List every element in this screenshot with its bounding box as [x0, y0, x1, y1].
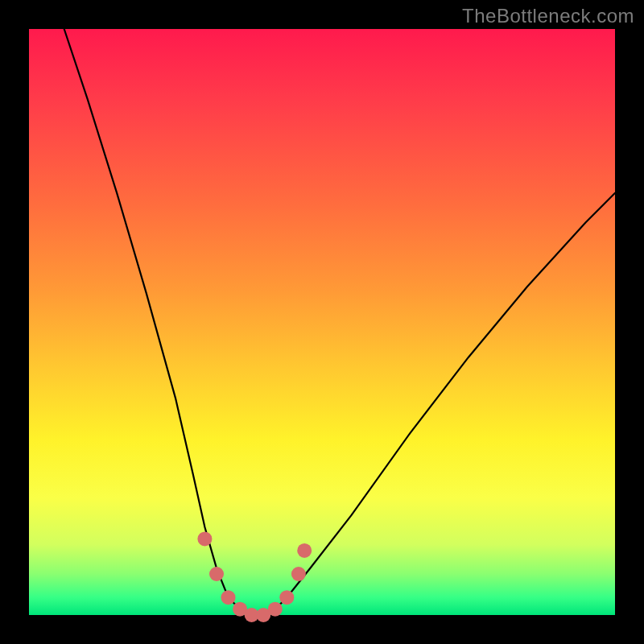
highlight-dot [197, 531, 212, 546]
plot-area [29, 29, 615, 615]
highlight-dot [221, 590, 236, 605]
bottleneck-curve [64, 29, 615, 615]
highlight-dots-group [197, 531, 312, 622]
highlight-dot [291, 567, 306, 581]
highlight-dot [209, 567, 224, 581]
highlight-dot [268, 602, 283, 617]
chart-svg [29, 29, 615, 615]
highlight-dot [279, 590, 294, 605]
highlight-dot [297, 543, 312, 558]
chart-frame: TheBottleneck.com [0, 0, 644, 644]
watermark-text: TheBottleneck.com [462, 5, 634, 27]
